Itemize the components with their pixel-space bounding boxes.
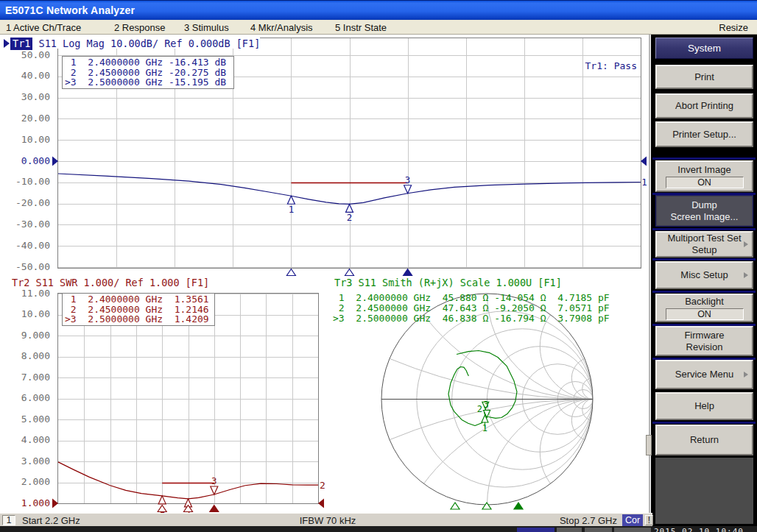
- menu-bar: Resize 1 Active Ch/Trace2 Response3 Stim…: [0, 20, 757, 35]
- trace1-marker-table: 1 2.4000000 GHz -16.413 dB 2 2.4500000 G…: [62, 56, 234, 89]
- trace3-header: Tr3 S11 Smith (R+jX) Scale 1.000U [F1]: [334, 277, 562, 288]
- softkey-service-menu[interactable]: Service Menu: [655, 360, 753, 389]
- y-axis-label: 4.000: [4, 434, 50, 445]
- softkey-separator: [652, 258, 756, 260]
- channel-indicator: 1: [2, 515, 15, 525]
- softkey-print[interactable]: Print: [655, 65, 753, 89]
- y-axis-label: 9.000: [4, 330, 50, 341]
- title-bar: E5071C Network Analyzer: [0, 0, 757, 20]
- y-axis-label: -20.00: [4, 197, 50, 208]
- softkey-return[interactable]: Return: [655, 425, 753, 455]
- softkey-panel-footer: [655, 458, 753, 524]
- window-title: E5071C Network Analyzer: [5, 4, 135, 16]
- trace1-header-text: S11 Log Mag 10.00dB/ Ref 0.000dB [F1]: [39, 38, 261, 49]
- y-axis-label: 40.00: [4, 70, 50, 81]
- taskbar-task[interactable]: [614, 528, 651, 532]
- softkey-separator: [652, 157, 756, 160]
- softkey-dump-screen-image[interactable]: DumpScreen Image...: [655, 195, 753, 227]
- softkey-state: ON: [666, 177, 744, 188]
- alert-indicator: !: [645, 515, 653, 525]
- softkey-backlight[interactable]: BacklightON: [655, 294, 753, 322]
- softkey-menu-title: System: [655, 38, 753, 59]
- ifbw-readout: IFBW 70 kHz: [280, 515, 376, 526]
- y-axis-label: 8.000: [4, 350, 50, 361]
- correction-badge: Cor: [622, 514, 643, 526]
- trace1-header: Tr1 S11 Log Mag 10.00dB/ Ref 0.000dB [F1…: [4, 37, 260, 49]
- taskbar-task[interactable]: [585, 528, 612, 532]
- display-area: [0, 35, 651, 513]
- softkey-misc-setup[interactable]: Misc Setup: [655, 261, 753, 289]
- softkey-separator: [652, 291, 756, 293]
- start-frequency: Start 2.2 GHz: [22, 515, 80, 526]
- taskbar-task[interactable]: [557, 528, 582, 532]
- y-axis-label: 7.000: [4, 372, 50, 383]
- y-axis-label: -10.00: [4, 176, 50, 187]
- taskbar-sliver: 2015-02-10 10:40: [0, 526, 757, 532]
- menu-item-1[interactable]: 1 Active Ch/Trace: [6, 22, 81, 33]
- y-axis-label: 3.000: [4, 455, 50, 467]
- y-axis-label: 1.000: [4, 497, 50, 508]
- submenu-arrow-icon: [744, 241, 748, 247]
- softkey-separator: [652, 228, 756, 230]
- trace2-marker-table: 1 2.4000000 GHz 1.3561 2 2.4500000 GHz 1…: [62, 293, 215, 326]
- trace3-marker-table: 1 2.4000000 GHz 45.880 Ω -14.054 Ω 4.718…: [333, 293, 610, 323]
- instrument-screen: E5071C Network Analyzer Resize 1 Active …: [0, 0, 757, 532]
- menu-item-2[interactable]: 2 Response: [114, 22, 165, 33]
- softkey-abort-printing[interactable]: Abort Printing: [655, 93, 753, 118]
- y-axis-label: 11.00: [4, 288, 50, 299]
- softkey-separator: [652, 422, 756, 424]
- y-axis-label: 10.00: [4, 134, 50, 145]
- taskbar-clock: 2015-02-10 10:40: [654, 527, 744, 532]
- softkey-firmware-revision[interactable]: FirmwareRevision: [655, 326, 753, 356]
- splitter-handle[interactable]: [646, 435, 652, 455]
- y-axis-label: 30.00: [4, 91, 50, 102]
- y-axis-label: 2.000: [4, 476, 50, 487]
- softkey-help[interactable]: Help: [655, 392, 753, 420]
- y-axis-label: 0.000: [4, 155, 50, 166]
- menu-item-3[interactable]: 3 Stimulus: [184, 22, 229, 33]
- y-axis-label: -30.00: [4, 219, 50, 230]
- y-axis-label: 50.00: [4, 49, 50, 60]
- softkey-state: ON: [666, 308, 744, 320]
- trace1-label: Tr1: [10, 38, 32, 50]
- trace1-header-spacer: [32, 38, 38, 49]
- menu-item-5[interactable]: 5 Instr State: [335, 22, 387, 33]
- menu-item-4[interactable]: 4 Mkr/Analysis: [250, 22, 313, 33]
- submenu-arrow-icon: [744, 272, 748, 278]
- submenu-arrow-icon: [744, 372, 748, 377]
- softkey-panel: System PrintAbort PrintingPrinter Setup.…: [651, 35, 757, 527]
- softkey-invert-image[interactable]: Invert ImageON: [655, 160, 753, 192]
- menu-item-resize[interactable]: Resize: [719, 22, 748, 33]
- status-bar: 1 Start 2.2 GHz IFBW 70 kHz Stop 2.7 GHz…: [0, 513, 652, 526]
- y-axis-label: 5.000: [4, 414, 50, 425]
- softkey-printer-setup[interactable]: Printer Setup...: [655, 121, 753, 147]
- y-axis-label: -50.00: [4, 261, 50, 272]
- y-axis-label: 6.000: [4, 392, 50, 403]
- trace1-limit-result: Tr1: Pass: [560, 60, 637, 71]
- softkey-multiport-test-set-setup[interactable]: Multiport Test SetSetup: [655, 231, 753, 258]
- y-axis-label: -40.00: [4, 240, 50, 251]
- active-trace-arrow-icon: [4, 39, 10, 48]
- taskbar-active-task[interactable]: [517, 528, 554, 532]
- stop-frequency: Stop 2.7 GHz: [515, 515, 617, 526]
- y-axis-label: 10.00: [4, 308, 50, 319]
- y-axis-label: 20.00: [4, 113, 50, 124]
